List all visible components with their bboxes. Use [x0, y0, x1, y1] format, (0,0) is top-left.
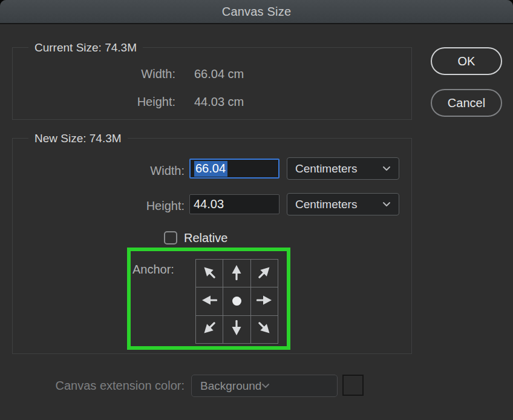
- dot-icon: [232, 297, 241, 306]
- current-height-label: Height:: [13, 95, 175, 109]
- canvas-extension-color-label: Canvas extension color:: [0, 379, 185, 393]
- current-size-legend: Current Size: 74.3M: [28, 41, 143, 54]
- current-height-value: 44.03 cm: [194, 95, 244, 109]
- height-unit-dropdown[interactable]: Centimeters: [287, 193, 399, 215]
- anchor-cell-nw[interactable]: [196, 260, 223, 287]
- dialog-title: Canvas Size: [222, 5, 291, 19]
- arrow-down-right-icon: [255, 319, 273, 340]
- anchor-label: Anchor:: [132, 263, 174, 277]
- arrow-down-left-icon: [200, 319, 218, 340]
- cancel-button[interactable]: Cancel: [431, 89, 502, 117]
- chevron-down-icon: [382, 202, 391, 207]
- arrow-left-icon: [200, 291, 218, 312]
- anchor-cell-center[interactable]: [223, 287, 250, 315]
- anchor-highlight-annotation: Anchor:: [127, 248, 290, 350]
- dialog-title-bar: Canvas Size: [0, 0, 513, 24]
- width-input-selected-text: 66.04: [194, 161, 227, 177]
- anchor-cell-w[interactable]: [196, 287, 223, 315]
- canvas-extension-color-swatch[interactable]: [342, 375, 364, 396]
- anchor-cell-ne[interactable]: [251, 260, 278, 287]
- canvas-extension-color-dropdown[interactable]: Background: [191, 375, 338, 397]
- height-input-text: 44.03: [194, 197, 224, 211]
- current-width-row: Width: 66.04 cm: [13, 67, 411, 81]
- current-size-group: Current Size: 74.3M Width: 66.04 cm Heig…: [12, 47, 412, 120]
- anchor-cell-se[interactable]: [251, 316, 278, 343]
- new-size-legend: New Size: 74.3M: [28, 131, 128, 145]
- height-input[interactable]: 44.03: [189, 194, 279, 214]
- arrow-up-left-icon: [200, 263, 218, 284]
- anchor-grid: [195, 259, 278, 344]
- current-height-row: Height: 44.03 cm: [13, 95, 411, 109]
- width-unit-dropdown[interactable]: Centimeters: [287, 157, 399, 180]
- relative-checkbox[interactable]: [164, 231, 177, 244]
- new-width-label: Width:: [13, 164, 185, 177]
- new-height-label: Height:: [13, 199, 185, 212]
- anchor-cell-sw[interactable]: [196, 316, 223, 343]
- canvas-extension-color-value: Background: [200, 379, 261, 393]
- arrow-right-icon: [255, 291, 273, 312]
- canvas-size-dialog: Canvas Size OK Cancel Current Size: 74.3…: [0, 0, 513, 420]
- height-unit-value: Centimeters: [295, 198, 382, 211]
- chevron-down-icon: [382, 166, 391, 171]
- current-width-value: 66.04 cm: [194, 67, 244, 81]
- arrow-down-icon: [227, 319, 246, 340]
- arrow-up-right-icon: [255, 263, 273, 284]
- width-input[interactable]: 66.04: [189, 159, 279, 179]
- ok-button[interactable]: OK: [431, 47, 502, 75]
- anchor-cell-s[interactable]: [223, 316, 250, 343]
- anchor-cell-n[interactable]: [223, 260, 250, 287]
- width-unit-value: Centimeters: [295, 162, 382, 176]
- arrow-up-icon: [227, 263, 246, 284]
- current-width-label: Width:: [13, 67, 175, 81]
- anchor-cell-e[interactable]: [251, 287, 278, 315]
- chevron-down-icon: [261, 383, 270, 389]
- relative-label: Relative: [184, 231, 227, 245]
